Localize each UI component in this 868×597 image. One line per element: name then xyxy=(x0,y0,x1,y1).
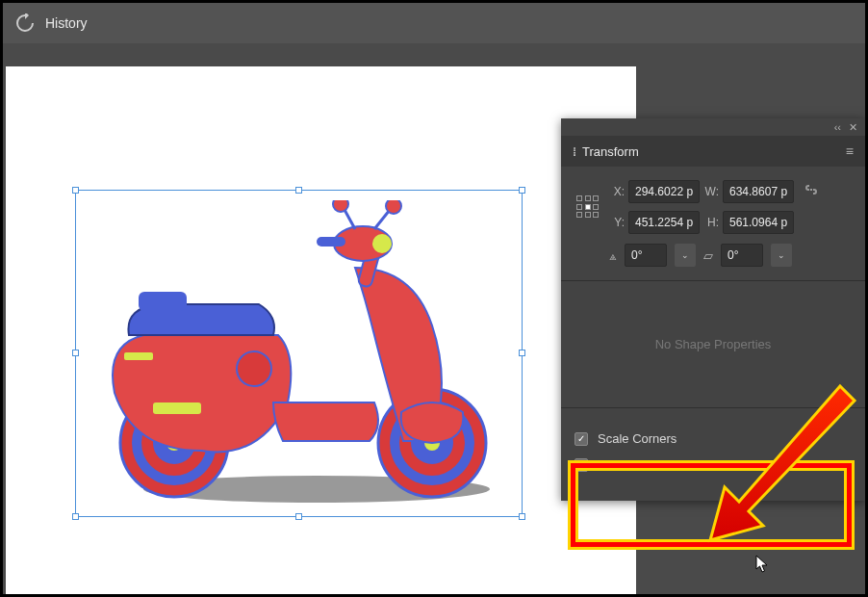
scooter-artwork[interactable] xyxy=(86,200,514,508)
top-tab-bar: History xyxy=(3,3,865,43)
svg-rect-11 xyxy=(139,292,187,311)
no-shape-properties-text: No Shape Properties xyxy=(574,295,852,394)
rotate-icon: ⟁ xyxy=(609,248,617,263)
artboard[interactable] xyxy=(6,66,636,596)
svg-rect-15 xyxy=(317,237,345,247)
panel-controls: ‹‹ ✕ xyxy=(561,118,865,136)
resize-handle[interactable] xyxy=(295,513,302,520)
panel-menu-icon[interactable]: ≡ xyxy=(846,143,854,159)
resize-handle[interactable] xyxy=(295,187,302,194)
h-input[interactable] xyxy=(723,211,794,234)
resize-handle[interactable] xyxy=(72,187,79,194)
svg-point-17 xyxy=(333,200,348,212)
history-tab-label: History xyxy=(45,15,88,31)
transform-panel: ‹‹ ✕ ⁞ Transform ≡ X: W: xyxy=(561,118,865,501)
w-input[interactable] xyxy=(723,180,794,203)
x-input[interactable] xyxy=(628,180,700,203)
scale-strokes-row[interactable]: ✓ Scale Strokes & Effects xyxy=(574,452,852,478)
h-label: H: xyxy=(703,216,719,229)
resize-handle[interactable] xyxy=(72,350,79,356)
y-label: Y: xyxy=(609,216,625,229)
scale-strokes-checkbox[interactable]: ✓ xyxy=(574,458,588,472)
divider xyxy=(561,407,865,408)
shear-input[interactable]: 0° xyxy=(721,244,763,267)
reference-point-selector[interactable] xyxy=(574,194,601,221)
history-tab[interactable]: History xyxy=(14,13,88,34)
svg-point-19 xyxy=(386,200,401,214)
y-input[interactable] xyxy=(628,211,700,234)
scale-corners-label: Scale Corners xyxy=(598,431,677,446)
svg-line-18 xyxy=(374,210,390,229)
rotate-input[interactable]: 0° xyxy=(625,244,667,267)
collapse-icon[interactable]: ‹‹ xyxy=(834,121,841,133)
panel-title: Transform xyxy=(582,144,639,159)
panel-header[interactable]: ⁞ Transform ≡ xyxy=(561,136,865,167)
svg-point-14 xyxy=(372,234,392,253)
svg-rect-22 xyxy=(124,352,153,360)
resize-handle[interactable] xyxy=(519,350,525,356)
rotate-dropdown[interactable]: ⌄ xyxy=(675,244,696,267)
constrain-proportions-icon[interactable] xyxy=(804,182,819,201)
svg-point-21 xyxy=(237,351,271,386)
shear-dropdown[interactable]: ⌄ xyxy=(771,244,792,267)
svg-rect-20 xyxy=(153,402,201,414)
resize-handle[interactable] xyxy=(519,513,525,520)
shear-icon: ▱ xyxy=(703,248,713,263)
x-label: X: xyxy=(609,185,625,198)
selection-bounding-box[interactable] xyxy=(75,190,523,517)
resize-handle[interactable] xyxy=(72,513,79,520)
w-label: W: xyxy=(703,185,719,198)
history-icon xyxy=(14,13,36,34)
divider xyxy=(561,280,865,281)
scale-corners-checkbox[interactable]: ✓ xyxy=(574,432,588,446)
scale-corners-row[interactable]: ✓ Scale Corners xyxy=(574,426,852,452)
close-icon[interactable]: ✕ xyxy=(849,121,857,134)
resize-handle[interactable] xyxy=(519,187,525,194)
scale-strokes-label: Scale Strokes & Effects xyxy=(598,457,728,472)
panel-grip-icon: ⁞ xyxy=(573,144,576,159)
